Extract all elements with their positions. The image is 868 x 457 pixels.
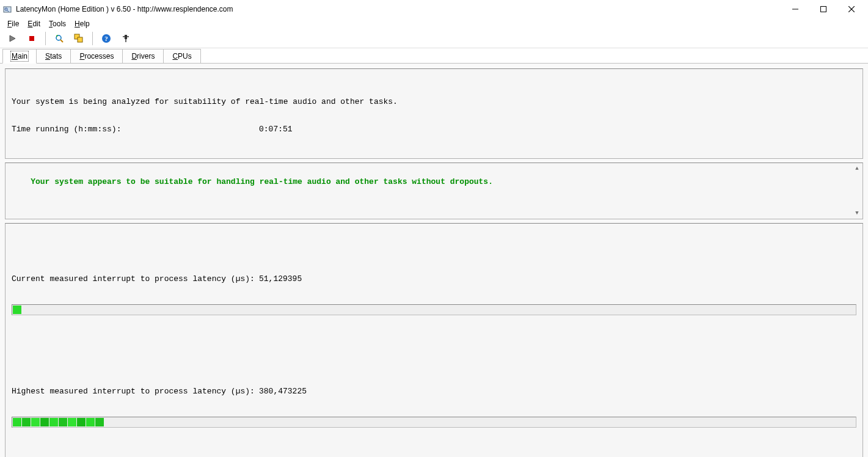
status-panel: Your system appears to be suitable for h…: [5, 163, 863, 219]
tab-drivers-label: rivers: [137, 52, 155, 60]
header-panel: Your system is being analyzed for suitab…: [5, 68, 863, 159]
tab-cpus[interactable]: CPUs: [163, 49, 200, 63]
menu-tools-label: ools: [53, 20, 66, 28]
svg-rect-16: [125, 35, 127, 39]
tab-processes-label: rocesses: [84, 52, 114, 60]
tab-stats[interactable]: Stats: [36, 49, 71, 63]
tab-drivers[interactable]: Drivers: [122, 49, 164, 63]
tab-processes[interactable]: Processes: [70, 49, 123, 63]
toolbar-separator: [45, 32, 46, 45]
svg-rect-8: [29, 36, 34, 41]
metric-value: 51,129395: [259, 274, 302, 283]
tabs: Main Stats Processes Drivers CPUs: [0, 48, 868, 64]
stop-button[interactable]: [23, 31, 40, 46]
tab-main[interactable]: Main: [2, 49, 37, 64]
menu-file-label: ile: [12, 20, 19, 28]
play-button[interactable]: [4, 31, 21, 46]
svg-rect-4: [821, 7, 826, 12]
window-title: LatencyMon (Home Edition ) v 6.50 - http…: [16, 5, 781, 13]
metric-value: 380,473225: [259, 387, 307, 396]
maximize-button[interactable]: [809, 0, 837, 18]
metric-bar: [12, 304, 856, 315]
tab-main-label: ain: [18, 52, 27, 60]
tab-stats-label: tats: [50, 52, 62, 60]
metric-current-latency: Current measured interrupt to process la…: [12, 256, 856, 340]
scroll-up-icon[interactable]: ▲: [853, 164, 861, 173]
menu-tools[interactable]: Tools: [45, 18, 70, 29]
svg-marker-7: [10, 35, 15, 42]
time-running-value: 0:07:51: [259, 125, 293, 134]
svg-rect-13: [78, 37, 82, 42]
metric-label: Current measured interrupt to process la…: [12, 274, 259, 283]
metric-label: Highest measured interrupt to process la…: [12, 387, 259, 396]
minimize-button[interactable]: [781, 0, 809, 18]
scroll-down-icon[interactable]: ▼: [853, 209, 861, 218]
svg-line-10: [60, 40, 63, 42]
metrics-panel: Current measured interrupt to process la…: [5, 223, 863, 457]
menubar: File Edit Tools Help: [0, 18, 868, 29]
app-icon: [2, 4, 12, 14]
toolbar: ?: [0, 29, 868, 48]
menu-help[interactable]: Help: [71, 18, 93, 29]
time-running-label: Time running (h:mm:ss):: [12, 125, 259, 134]
toolbar-separator-2: [92, 32, 93, 45]
main-content: Your system is being analyzed for suitab…: [0, 64, 868, 457]
menu-edit-label: dit: [32, 20, 40, 28]
svg-text:?: ?: [104, 35, 108, 42]
analysis-line: Your system is being analyzed for suitab…: [12, 97, 856, 106]
window-controls: [781, 0, 866, 18]
status-message: Your system appears to be suitable for h…: [31, 177, 493, 186]
menu-help-label: elp: [80, 20, 90, 28]
tab-cpus-label: PUs: [178, 52, 192, 60]
metric-bar: [12, 417, 856, 428]
metric-highest-latency: Highest measured interrupt to process la…: [12, 368, 856, 452]
menu-edit[interactable]: Edit: [24, 18, 44, 29]
close-button[interactable]: [837, 0, 866, 18]
refresh-button[interactable]: [51, 31, 68, 46]
pin-button[interactable]: [117, 31, 134, 46]
menu-file[interactable]: File: [4, 18, 23, 29]
titlebar: LatencyMon (Home Edition ) v 6.50 - http…: [0, 0, 868, 18]
processes-button[interactable]: [70, 31, 87, 46]
time-running-line: Time running (h:mm:ss):0:07:51: [12, 125, 856, 134]
help-button[interactable]: ?: [98, 31, 115, 46]
